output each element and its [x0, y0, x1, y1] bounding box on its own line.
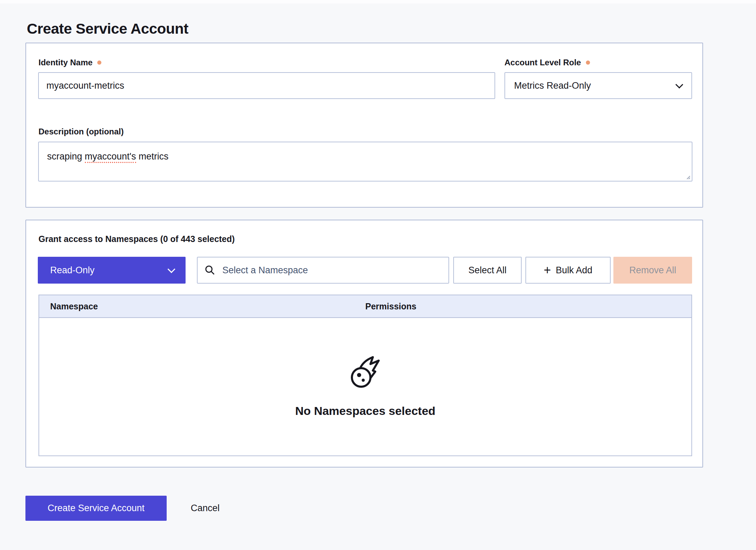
description-text-misspelled: myaccount's [85, 151, 136, 163]
footer-actions: Create Service Account Cancel [25, 496, 220, 521]
identity-name-label-text: Identity Name [38, 58, 92, 67]
description-text: scraping [47, 151, 85, 162]
comet-icon [349, 356, 381, 388]
namespaces-empty-state: No Namespaces selected [39, 318, 691, 455]
plus-icon: + [544, 264, 551, 276]
namespaces-table-header: Namespace Permissions [39, 295, 691, 318]
description-textarea[interactable]: scraping myaccount's metrics [38, 142, 692, 182]
empty-state-message: No Namespaces selected [295, 404, 435, 418]
namespaces-card: Grant access to Namespaces (0 of 443 sel… [25, 220, 703, 468]
identity-name-label: Identity Name [38, 58, 101, 67]
namespace-search [197, 257, 449, 284]
namespaces-heading: Grant access to Namespaces (0 of 443 sel… [38, 234, 235, 244]
remove-all-button[interactable]: Remove All [613, 257, 692, 284]
bulk-add-button[interactable]: + Bulk Add [525, 257, 611, 284]
top-strip [0, 0, 756, 3]
description-label-text: Description (optional) [38, 127, 124, 136]
description-label: Description (optional) [38, 127, 124, 136]
account-level-role-select[interactable]: Metrics Read-Only [504, 72, 692, 99]
bulk-add-label: Bulk Add [556, 265, 592, 276]
required-dot [586, 60, 590, 65]
textarea-resize-handle[interactable] [685, 174, 691, 180]
identity-name-input[interactable] [38, 72, 495, 99]
column-header-namespace: Namespace [50, 301, 98, 311]
page-title: Create Service Account [27, 20, 188, 37]
select-all-button[interactable]: Select All [453, 257, 522, 284]
search-icon [204, 265, 215, 276]
account-level-role-label: Account Level Role [504, 58, 590, 67]
account-level-role-label-text: Account Level Role [504, 58, 581, 67]
required-dot [97, 60, 101, 65]
namespace-search-input[interactable] [222, 265, 442, 276]
column-header-permissions: Permissions [365, 301, 416, 311]
account-level-role-value: Metrics Read-Only [514, 80, 591, 91]
description-text: metrics [136, 151, 169, 162]
create-service-account-button[interactable]: Create Service Account [25, 496, 167, 521]
chevron-down-icon [168, 265, 176, 273]
cancel-button[interactable]: Cancel [191, 503, 220, 514]
permission-role-value: Read-Only [50, 265, 94, 276]
permission-role-dropdown[interactable]: Read-Only [38, 257, 186, 284]
identity-card: Identity Name Account Level Role Metrics… [25, 43, 703, 208]
chevron-down-icon [676, 81, 683, 89]
namespaces-table: Namespace Permissions No Namespaces sele… [38, 295, 692, 456]
